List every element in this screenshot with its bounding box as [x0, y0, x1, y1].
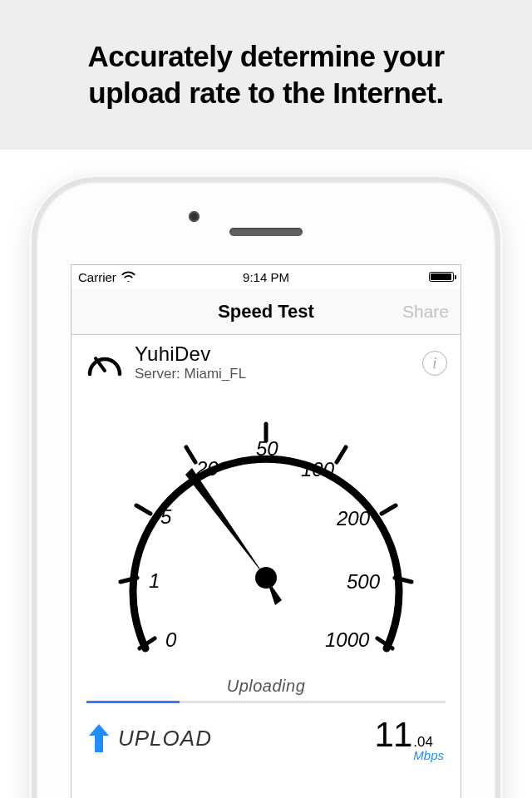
- gauge-tick-50: 50: [256, 437, 278, 460]
- svg-marker-10: [185, 468, 266, 578]
- gauge-tick-5: 5: [160, 505, 172, 528]
- speedometer-icon: [86, 347, 123, 379]
- upload-value-frac: .04: [413, 735, 433, 749]
- status-right: [289, 272, 454, 282]
- svg-line-3: [136, 505, 150, 514]
- svg-line-4: [186, 447, 195, 462]
- server-subtitle: Server: Miami_FL: [135, 366, 411, 382]
- status-left: Carrier: [78, 270, 243, 284]
- upload-readout: UPLOAD 11 .04 Mbps: [71, 703, 461, 761]
- phone-frame: Carrier 9:14 PM Speed Test: [29, 175, 503, 798]
- gauge-tick-0: 0: [165, 628, 177, 651]
- upload-value-int: 11: [375, 715, 412, 755]
- progress-bar: [86, 701, 446, 703]
- promo-line1: Accurately determine your: [87, 40, 444, 72]
- promo-headline: Accurately determine your upload rate to…: [87, 38, 444, 111]
- server-name: YuhiDev: [135, 343, 411, 365]
- status-time: 9:14 PM: [243, 270, 289, 284]
- phone-screen: Carrier 9:14 PM Speed Test: [71, 264, 461, 798]
- device-stage: Carrier 9:14 PM Speed Test: [0, 150, 532, 798]
- gauge-tick-1: 1: [149, 569, 160, 592]
- progress-fill: [86, 701, 180, 703]
- upload-arrow-icon: [88, 722, 110, 754]
- gauge-needle: [185, 468, 282, 605]
- promo-banner: Accurately determine your upload rate to…: [0, 0, 532, 150]
- nav-title: Speed Test: [218, 301, 314, 323]
- upload-unit: Mbps: [413, 749, 444, 761]
- gauge: 0 1 5 20 50 100 200 500 1000: [71, 391, 461, 682]
- promo-line2: upload rate to the Internet.: [88, 76, 443, 109]
- nav-bar: Speed Test Share: [71, 288, 461, 335]
- upload-value: 11 .04 Mbps: [375, 715, 444, 761]
- gauge-tick-1000: 1000: [325, 628, 370, 651]
- gauge-tick-200: 200: [336, 507, 371, 530]
- info-button[interactable]: i: [422, 351, 447, 376]
- wifi-icon: [121, 270, 135, 284]
- upload-label: UPLOAD: [118, 726, 212, 751]
- phone-speaker: [229, 228, 303, 236]
- gauge-tick-500: 500: [347, 570, 381, 593]
- server-row: YuhiDev Server: Miami_FL i: [71, 335, 461, 391]
- battery-icon: [429, 272, 454, 282]
- svg-line-7: [382, 505, 396, 514]
- svg-line-6: [337, 447, 346, 462]
- server-text: YuhiDev Server: Miami_FL: [135, 343, 411, 382]
- status-bar: Carrier 9:14 PM: [71, 265, 461, 288]
- gauge-tick-100: 100: [301, 458, 335, 480]
- svg-point-12: [255, 567, 277, 589]
- carrier-label: Carrier: [78, 270, 116, 284]
- share-button[interactable]: Share: [402, 302, 449, 322]
- gauge-tick-20: 20: [195, 457, 219, 480]
